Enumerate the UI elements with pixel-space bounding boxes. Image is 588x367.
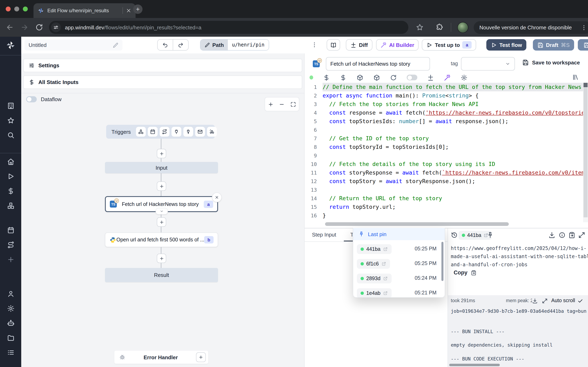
sidebar-route-icon[interactable] (7, 241, 15, 249)
add-step-button[interactable] (157, 217, 166, 227)
editor-gear-icon[interactable] (461, 74, 467, 81)
url-bar[interactable]: app.windmill.dev/flows/edit/u/henri/pin_… (49, 21, 408, 34)
diff-button[interactable]: Diff (346, 39, 372, 50)
bookmark-star-icon[interactable] (416, 23, 424, 31)
editor-dollar-icon[interactable] (340, 74, 347, 81)
windmill-logo[interactable] (6, 40, 16, 50)
code-line-7[interactable]: 7 // Get the ID of the top story (305, 134, 583, 143)
add-error-handler-button[interactable] (196, 352, 206, 362)
profile-avatar[interactable] (457, 22, 468, 33)
draft-button[interactable]: Draft⌘S (533, 39, 574, 50)
trigger-route-button[interactable] (160, 127, 169, 137)
triggers-node[interactable]: Triggers (106, 125, 215, 139)
save-to-workspace-button[interactable]: Save to workspace (522, 59, 580, 66)
deploy-button[interactable]: Deploy (578, 39, 588, 50)
forward-icon[interactable] (20, 23, 29, 31)
copy-button[interactable]: Copy (454, 269, 476, 276)
zoom-out-icon[interactable] (279, 101, 285, 107)
sidebar-dollar-icon[interactable] (7, 187, 15, 195)
code-line-4[interactable]: 4 const response = await fetch('https://… (305, 108, 583, 117)
logs-horizontal-scrollbar[interactable] (449, 364, 500, 366)
path-button[interactable]: Path u/henri/pin (200, 39, 269, 50)
trigger-webhook-button[interactable] (136, 127, 146, 137)
browser-tab[interactable]: Edit Flow u/henri/pin_results (34, 3, 136, 18)
trigger-plug-button[interactable] (172, 127, 181, 137)
code-editor[interactable]: 1// Define the main function to fetch th… (305, 83, 583, 222)
last-pin-option[interactable]: Last pin (353, 228, 445, 240)
result-clipboard-icon[interactable] (568, 232, 575, 239)
traffic-close-button[interactable] (6, 7, 11, 11)
sidebar-building-icon[interactable] (7, 102, 15, 110)
step-title-input[interactable] (326, 57, 430, 71)
code-line-11[interactable]: 11 const storyResponse = await fetch(`ht… (305, 168, 583, 177)
code-line-12[interactable]: 12 const topStory = await storyResponse.… (305, 177, 583, 185)
editor-diff-icon[interactable] (427, 74, 434, 81)
sidebar-play-icon[interactable] (7, 173, 15, 180)
editor-toggle[interactable] (407, 75, 417, 80)
dataflow-toggle[interactable] (26, 96, 37, 102)
zoom-in-icon[interactable] (268, 101, 274, 107)
tab-close-icon[interactable] (126, 8, 131, 13)
code-line-9[interactable]: 9 (305, 151, 583, 160)
sidebar-user-icon[interactable] (7, 290, 15, 298)
run-id-pill[interactable]: 6f1c6 (357, 259, 390, 269)
reload-icon[interactable] (35, 23, 43, 31)
pin-history-item[interactable]: 2893d05:24 PM (353, 274, 445, 284)
error-handler-node[interactable]: Error Handler (114, 351, 208, 364)
external-link-icon[interactable] (381, 261, 386, 266)
traffic-zoom-button[interactable] (23, 7, 28, 11)
result-download-icon[interactable] (548, 232, 555, 239)
pin-history-item[interactable]: 1e4ab05:21 PM (353, 288, 445, 298)
code-line-2[interactable]: 2export async function main(): Promise<s… (305, 91, 583, 100)
run-id-pill[interactable]: 441ba (357, 244, 392, 254)
external-link-icon[interactable] (383, 247, 388, 252)
undo-button[interactable] (158, 40, 173, 50)
redo-button[interactable] (173, 40, 188, 50)
sidebar-star-icon[interactable] (7, 117, 15, 124)
trigger-poll-button[interactable] (207, 127, 217, 137)
all-static-inputs-row[interactable]: All Static Inputs (23, 75, 302, 89)
step-node-b[interactable]: Open url and fetch first 500 words of ..… (105, 233, 218, 247)
history-icon[interactable] (451, 232, 458, 239)
edit-name-pencil-icon[interactable] (113, 42, 118, 48)
sidebar-gear-icon[interactable] (7, 305, 15, 312)
code-line-1[interactable]: 1// Define the main function to fetch th… (305, 83, 583, 91)
new-tab-button[interactable]: + (133, 4, 143, 14)
code-horizontal-scrollbar[interactable] (325, 222, 509, 226)
sidebar-robot-icon[interactable] (7, 319, 15, 327)
ai-builder-button[interactable]: AI Builder (376, 39, 419, 50)
run-id-pill[interactable]: 1e4ab (357, 288, 392, 298)
expand-logs-icon[interactable] (542, 298, 548, 304)
pin-history-item[interactable]: 6f1c605:25 PM (353, 259, 445, 269)
dropdown-scrollbar[interactable] (441, 242, 443, 281)
site-info-icon[interactable] (51, 22, 61, 32)
sidebar-boxes-icon[interactable] (7, 202, 15, 210)
editor-package-icon[interactable] (356, 74, 363, 81)
flow-name-field[interactable]: Untitled (25, 40, 122, 50)
sidebar-search-icon[interactable] (7, 131, 15, 139)
autoscroll-check-icon[interactable] (577, 298, 583, 304)
test-flow-button[interactable]: Test flow (486, 39, 527, 50)
code-line-13[interactable]: 13 (305, 185, 583, 194)
pin-history-item[interactable]: 441ba05:25 PM (353, 244, 445, 254)
trigger-plug-zap-button[interactable] (183, 127, 193, 137)
editor-refresh-icon[interactable] (390, 74, 397, 81)
editor-wand-icon[interactable] (444, 74, 451, 81)
add-step-button[interactable] (157, 149, 166, 158)
test-up-to-button[interactable]: Test up toa (422, 39, 476, 50)
result-node[interactable]: Result (105, 268, 218, 282)
extensions-icon[interactable] (435, 23, 443, 31)
run-id-pill[interactable]: 2893d (357, 274, 392, 284)
trigger-mail-button[interactable] (195, 127, 205, 137)
code-line-3[interactable]: 3 // Fetch the top stories from Hacker N… (305, 100, 583, 108)
tab-step-input[interactable]: Step Input (312, 232, 336, 238)
library-icon[interactable] (572, 74, 579, 81)
sidebar-home-icon[interactable] (7, 158, 15, 166)
traffic-minimize-button[interactable] (14, 7, 19, 11)
download-logs-icon[interactable] (532, 298, 538, 304)
trigger-calendar-button[interactable] (148, 127, 158, 137)
back-icon[interactable] (6, 23, 14, 31)
external-link-icon[interactable] (383, 276, 388, 281)
code-line-8[interactable]: 8 const topStoryId = topStoriesIds[0]; (305, 143, 583, 151)
code-line-15[interactable]: 15 return topStory.url; (305, 203, 583, 211)
